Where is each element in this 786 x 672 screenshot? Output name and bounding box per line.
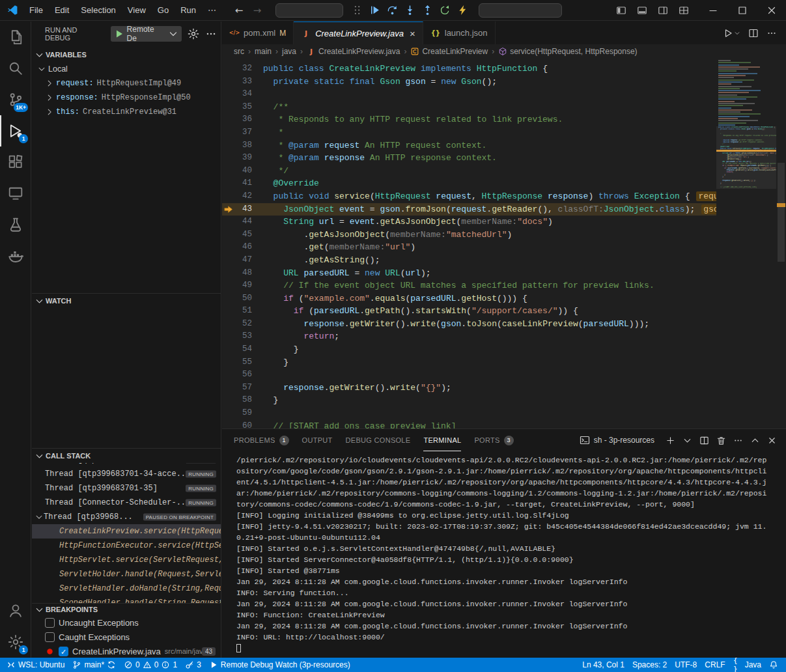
restart-button[interactable] [436, 2, 453, 19]
code-line[interactable]: 56 [222, 369, 716, 382]
kill-terminal-button[interactable] [713, 432, 729, 448]
status-remote[interactable]: WSL: Ubuntu [3, 658, 68, 672]
code-line[interactable]: 36 * Responds to any HTTP request relate… [222, 113, 716, 126]
breakpoint-margin[interactable] [222, 113, 234, 126]
status-debug-session[interactable]: Remote Debug Watch (3p-resources) [205, 658, 354, 672]
split-editor-button[interactable] [748, 28, 759, 38]
breakpoint-margin[interactable] [222, 177, 234, 190]
status-indentation[interactable]: Spaces: 2 [628, 658, 671, 672]
breakpoint-margin[interactable] [222, 203, 234, 216]
breakpoint-margin[interactable] [222, 356, 234, 369]
customize-layout-button[interactable] [675, 1, 693, 20]
code-line[interactable]: 43 JsonObject event = gson.fromJson(requ… [222, 203, 716, 216]
tab-CreateLinkPreview.java[interactable]: JCreateLinkPreview.java× [294, 21, 423, 44]
callstack-frame-row[interactable]: CreateLinkPreview.service(HttpReques [32, 524, 221, 539]
hot-code-replace-button[interactable] [454, 2, 471, 19]
status-notifications[interactable] [765, 658, 782, 672]
menu-item-selection[interactable]: Selection [75, 3, 121, 18]
code-line[interactable]: 53 return; [222, 330, 716, 343]
breakpoints-header[interactable]: BREAKPOINTS [32, 604, 221, 615]
breakpoint-margin[interactable] [222, 382, 234, 395]
toggle-panel-button[interactable] [633, 1, 651, 20]
new-terminal-button[interactable] [662, 432, 678, 448]
menu-item-file[interactable]: File [23, 3, 49, 18]
variable-row[interactable]: request:HttpRequestImpl@49 [32, 76, 221, 91]
minimap-slider[interactable] [716, 126, 776, 189]
status-eol[interactable]: CRLF [701, 658, 729, 672]
maximize-panel-button[interactable] [747, 432, 763, 448]
callstack-thread-row[interactable]: Thread [qtp39968...PAUSED ON BREAKPOINT [32, 510, 221, 524]
breakpoint-margin[interactable] [222, 305, 234, 318]
breakpoint-checkbox[interactable] [59, 647, 68, 656]
scrollbar-slider[interactable] [778, 163, 785, 262]
continue-button[interactable] [366, 2, 383, 19]
breadcrumb-item[interactable]: CreateLinkPreview [410, 47, 488, 56]
callstack-frame-row[interactable]: HttpServlet.service(ServletRequest,S [32, 553, 221, 567]
activity-extensions[interactable] [0, 147, 31, 178]
activity-testing[interactable] [0, 209, 31, 240]
code-line[interactable]: 49 // If the event object URL matches a … [222, 279, 716, 292]
breakpoint-margin[interactable] [222, 330, 234, 343]
breadcrumb-item[interactable]: main [255, 47, 272, 56]
code-line[interactable]: 38 * @param request An HTTP request cont… [222, 139, 716, 152]
start-debugging-icon[interactable] [114, 29, 124, 39]
minimize-button[interactable] [698, 0, 727, 21]
breakpoint-margin[interactable] [222, 420, 234, 428]
tab-pom.xml[interactable]: </>pom.xmlM [222, 21, 294, 44]
status-key-indicator[interactable]: 3 [181, 658, 205, 672]
breadcrumb-item[interactable]: src [234, 47, 244, 56]
variable-row[interactable]: response:HttpResponseImpl@50 [32, 91, 221, 105]
breakpoint-margin[interactable] [222, 126, 234, 139]
breakpoint-checkbox[interactable] [45, 618, 55, 628]
panel-tab-output[interactable]: OUTPUT [302, 429, 333, 451]
command-center-right[interactable] [479, 3, 562, 18]
views-more-icon[interactable] [205, 28, 217, 40]
split-terminal-button[interactable] [696, 432, 712, 448]
terminal-instance[interactable]: sh - 3p-resources [580, 435, 654, 445]
breakpoint-margin[interactable] [222, 88, 234, 101]
editor[interactable]: 32public class CreateLinkPreview impleme… [222, 59, 786, 428]
call-stack-header[interactable]: CALL STACK [32, 449, 221, 463]
breakpoint-margin[interactable] [222, 279, 234, 292]
run-java-button[interactable] [723, 28, 740, 38]
breakpoint-margin[interactable] [222, 407, 234, 420]
menu-item-run[interactable]: Run [175, 3, 202, 18]
code-line[interactable]: 42 public void service(HttpRequest reque… [222, 190, 716, 203]
variables-scope-row[interactable]: Local [32, 62, 221, 76]
code-line[interactable]: 48 URL parsedURL = new URL(url); [222, 267, 716, 280]
breakpoint-margin[interactable] [222, 267, 234, 280]
toggle-secondary-sidebar-button[interactable] [654, 1, 672, 20]
breakpoint-margin[interactable] [222, 139, 234, 152]
step-into-button[interactable] [401, 2, 418, 19]
breakpoint-margin[interactable] [222, 165, 234, 178]
code-line[interactable]: 39 * @param response An HTTP response co… [222, 152, 716, 165]
activity-remote-explorer[interactable] [0, 178, 31, 209]
panel-tab-debug-console[interactable]: DEBUG CONSOLE [346, 429, 411, 451]
breakpoint-margin[interactable] [222, 292, 234, 305]
close-button[interactable] [757, 0, 786, 21]
breakpoint-margin[interactable] [222, 216, 234, 229]
gripper-button[interactable] [348, 2, 365, 19]
status-encoding[interactable]: UTF-8 [671, 658, 701, 672]
breakpoint-margin[interactable] [222, 101, 234, 114]
breakpoint-row[interactable]: Caught Exceptions [32, 630, 221, 644]
code-line[interactable]: 34 [222, 88, 716, 101]
breakpoint-margin[interactable] [222, 229, 234, 242]
activity-run-and-debug[interactable]: 1 [0, 115, 31, 147]
status-cursor-position[interactable]: Ln 43, Col 1 [578, 658, 628, 672]
activity-search[interactable] [0, 53, 31, 84]
code-line[interactable]: 52 response.getWriter().write(gson.toJso… [222, 318, 716, 331]
breakpoint-margin[interactable] [222, 318, 234, 331]
more-actions-button[interactable] [766, 28, 777, 38]
close-icon[interactable]: × [410, 29, 415, 38]
callstack-thread-row[interactable]: Thread [qtp399683701-34-acce...RUNNING [32, 467, 221, 481]
menu-item-go[interactable]: Go [152, 3, 175, 18]
menu-item-more[interactable]: ⋯ [202, 3, 222, 18]
status-problems[interactable]: 001 [120, 658, 181, 672]
code-line[interactable]: 33 private static final Gson gson = new … [222, 76, 716, 89]
debug-settings-gear-icon[interactable] [188, 28, 199, 40]
code-line[interactable]: 46 .get(memberName:"url") [222, 241, 716, 254]
breakpoint-margin[interactable] [222, 152, 234, 165]
breakpoint-margin[interactable] [222, 369, 234, 382]
maximize-button[interactable] [727, 0, 757, 21]
